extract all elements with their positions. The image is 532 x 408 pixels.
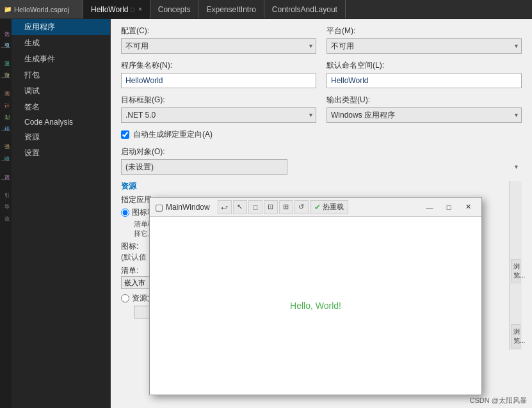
tab-concepts-label: Concepts — [158, 5, 191, 14]
icon-bar-item-6[interactable]: 计 — [1, 93, 11, 104]
icon-bar-item-5[interactable]: 测 — [1, 82, 11, 92]
sidebar-item-build[interactable]: 生成 — [12, 35, 110, 51]
window-titlebar: ▢ MainWindow ⮐ ↖ □ ⊡ ⊞ ↺ ✔ 热重载 — □ — [150, 198, 481, 217]
tab-expenseit[interactable]: ExpenseItIntro — [198, 0, 264, 19]
sidebar-item-build-events[interactable]: 生成事件 — [12, 51, 110, 67]
left-icon-bar: 选 项 漫 游 测 计 划 稿 强 啧 谱 引 导 流 — [0, 19, 12, 408]
right-sidebar: 浏览... 浏览... — [509, 181, 522, 350]
icon-bar-item-13[interactable]: 导 — [1, 195, 11, 205]
output-select-wrapper: Windows 应用程序 ▼ — [326, 107, 522, 123]
assembly-input[interactable] — [121, 73, 316, 88]
main-content: 选 项 漫 游 测 计 划 稿 强 啧 谱 引 导 流 应用程序 生成 生成事件… — [0, 19, 532, 408]
startup-select-arrow: ▼ — [513, 164, 519, 170]
toolbar-btn-4[interactable]: ⊡ — [264, 200, 278, 214]
startup-label: 启动对象(O): — [121, 146, 522, 157]
config-select-wrapper: 不可用 ▼ — [121, 38, 316, 54]
icon-bar-item-1[interactable]: 选 — [1, 22, 11, 32]
icon-bar-item-8[interactable]: 稿 — [1, 116, 11, 127]
framework-group: 目标框架(G): .NET 5.0 ▼ — [121, 95, 316, 123]
sidebar-item-app[interactable]: 应用程序 — [12, 19, 110, 35]
assembly-namespace-row: 程序集名称(N): 默认命名空间(L): — [121, 60, 522, 88]
window-toolbar: ⮐ ↖ □ ⊡ ⊞ ↺ ✔ 热重载 — [218, 200, 419, 214]
sidebar-item-build-label: 生成 — [24, 38, 40, 47]
sidebar-item-debug[interactable]: 调试 — [12, 83, 110, 99]
icon-bar-item-10[interactable]: 啧 — [1, 146, 11, 157]
sidebar-item-resources-label: 资源 — [24, 132, 40, 141]
hello-world-text: Hello, World! — [290, 301, 341, 311]
sidebar-item-signing-label: 签名 — [24, 102, 40, 111]
namespace-input[interactable] — [326, 73, 522, 88]
tab-concepts[interactable]: Concepts — [150, 0, 199, 19]
sidebar-item-code-analysis[interactable]: Code Analysis — [12, 115, 110, 129]
platform-select[interactable]: 不可用 — [326, 38, 522, 54]
tab-controls[interactable]: ControlsAndLayout — [264, 0, 346, 19]
window-title-text: MainWindow — [166, 203, 210, 212]
project-icon: 📁 — [4, 6, 12, 13]
tab-expenseit-label: ExpenseItIntro — [206, 5, 255, 14]
sidebar-item-signing[interactable]: 签名 — [12, 99, 110, 115]
framework-select-wrapper: .NET 5.0 ▼ — [121, 107, 316, 123]
toolbar-btn-5[interactable]: ⊞ — [279, 200, 293, 214]
icon-bar-item-9[interactable]: 强 — [1, 135, 11, 145]
resource-file-radio[interactable] — [121, 294, 129, 302]
tab-pin-btn[interactable]: □ — [131, 6, 134, 13]
config-select[interactable]: 不可用 — [121, 38, 316, 54]
hot-reload-btn[interactable]: ✔ 热重载 — [310, 200, 348, 214]
config-platform-row: 配置(C): 不可用 ▼ 平台(M): 不可用 ▼ — [121, 26, 522, 54]
tab-helloworld[interactable]: HelloWorld □ × — [83, 0, 150, 19]
window-controls: — □ ✕ — [421, 201, 476, 213]
icon-bar-item-3[interactable]: 漫 — [1, 52, 11, 62]
window-minimize-btn[interactable]: — — [421, 201, 438, 213]
toolbar-btn-3[interactable]: □ — [248, 200, 262, 214]
sidebar-item-settings[interactable]: 设置 — [12, 145, 110, 161]
window-restore-btn[interactable]: □ — [440, 201, 457, 213]
tab-bar: 📁 HelloWorld.csproj HelloWorld □ × Conce… — [0, 0, 532, 19]
icon-bar-item-11[interactable]: 谱 — [1, 165, 11, 175]
nav-sidebar: 应用程序 生成 生成事件 打包 调试 签名 Code Analysis 资源 设… — [12, 19, 111, 408]
window-content: Hello, World! — [150, 217, 481, 395]
hot-reload-label: 热重载 — [323, 202, 344, 212]
icon-radio[interactable] — [121, 208, 129, 217]
icon-bar-item-4[interactable]: 游 — [1, 63, 11, 74]
tab-close-btn[interactable]: × — [138, 6, 142, 13]
startup-group: 启动对象(O): (未设置) ▼ — [121, 146, 522, 175]
icon-bar-item-14[interactable]: 流 — [1, 207, 11, 217]
auto-generate-label: 自动生成绑定重定向(A) — [133, 129, 213, 140]
startup-select[interactable]: (未设置) — [121, 159, 287, 175]
framework-select[interactable]: .NET 5.0 — [121, 107, 316, 123]
browse-btn-2[interactable]: 浏览... — [511, 324, 520, 349]
watermark: CSDN @太阳风暴 — [470, 396, 527, 405]
framework-label: 目标框架(G): — [121, 95, 316, 106]
auto-generate-checkbox[interactable] — [121, 130, 129, 139]
sidebar-item-package[interactable]: 打包 — [12, 67, 110, 83]
icon-bar-item-7[interactable]: 划 — [1, 105, 11, 115]
tab-controls-label: ControlsAndLayout — [272, 5, 337, 14]
config-group: 配置(C): 不可用 ▼ — [121, 26, 316, 54]
assembly-label: 程序集名称(N): — [121, 60, 316, 71]
toolbar-btn-6[interactable]: ↺ — [294, 200, 309, 214]
toolbar-btn-1[interactable]: ⮐ — [218, 200, 232, 214]
sidebar-item-code-analysis-label: Code Analysis — [24, 118, 73, 127]
project-tab[interactable]: 📁 HelloWorld.csproj — [0, 0, 83, 19]
framework-output-row: 目标框架(G): .NET 5.0 ▼ 输出类型(U): Windows 应用程… — [121, 95, 522, 123]
sidebar-item-resources[interactable]: 资源 — [12, 129, 110, 145]
hot-reload-icon: ✔ — [314, 203, 321, 212]
sidebar-item-debug-label: 调试 — [24, 86, 40, 95]
platform-label: 平台(M): — [326, 26, 522, 36]
icon-bar-item-2[interactable]: 项 — [1, 33, 11, 43]
output-label: 输出类型(U): — [326, 95, 522, 106]
namespace-group: 默认命名空间(L): — [326, 60, 522, 88]
window-close-btn[interactable]: ✕ — [460, 201, 476, 213]
toolbar-btn-2[interactable]: ↖ — [233, 200, 247, 214]
output-select[interactable]: Windows 应用程序 — [326, 107, 522, 123]
sidebar-item-app-label: 应用程序 — [24, 22, 55, 31]
config-label: 配置(C): — [121, 26, 316, 36]
browse-btn-1[interactable]: 浏览... — [511, 259, 520, 283]
sidebar-item-settings-label: 设置 — [24, 148, 40, 157]
tab-helloworld-label: HelloWorld — [91, 5, 128, 14]
window-title-icon: ▢ — [155, 202, 163, 212]
namespace-label: 默认命名空间(L): — [326, 60, 522, 71]
project-tab-label: HelloWorld.csproj — [14, 6, 69, 13]
icon-bar-item-12[interactable]: 引 — [1, 184, 11, 194]
sidebar-item-package-label: 打包 — [24, 70, 40, 79]
